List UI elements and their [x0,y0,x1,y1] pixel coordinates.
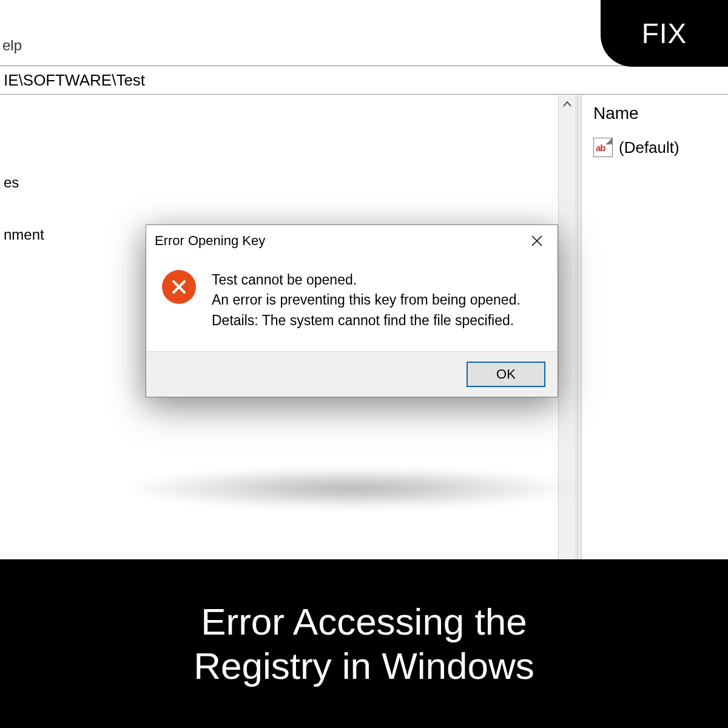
address-path: IE\SOFTWARE\Test [4,71,145,90]
caption-bar: Error Accessing the Registry in Windows [0,559,728,728]
column-header-name[interactable]: Name [593,104,728,123]
dialog-body: Test cannot be opened. An error is preve… [146,257,558,351]
value-name: (Default) [619,138,679,157]
string-value-icon: ab [593,138,613,157]
vertical-scrollbar[interactable] [558,95,576,559]
dialog-line3: Details: The system cannot find the file… [212,311,521,331]
caption-line1: Error Accessing the [201,601,527,642]
dialog-titlebar[interactable]: Error Opening Key [146,225,558,257]
cross-icon [170,278,188,296]
dialog-line2: An error is preventing this key from bei… [212,290,521,310]
pane-splitter[interactable] [577,95,582,559]
dialog-line1: Test cannot be opened. [212,270,521,290]
fix-badge-text: FIX [642,17,687,50]
caption-text: Error Accessing the Registry in Windows [194,599,534,688]
tree-item[interactable]: es [4,174,558,191]
scroll-up-button[interactable] [559,95,576,113]
canvas: elp IE\SOFTWARE\Test es nment Name ab (D… [0,0,728,728]
value-row-default[interactable]: ab (Default) [593,138,728,157]
string-icon-label: ab [596,143,605,153]
dialog-footer: OK [146,351,558,397]
dialog-message: Test cannot be opened. An error is preve… [212,270,521,331]
error-icon [162,270,196,331]
menu-bar: elp [0,30,22,61]
address-bar[interactable]: IE\SOFTWARE\Test [0,66,728,95]
caption-line2: Registry in Windows [194,645,534,687]
tree-items: es nment [0,95,558,243]
ok-button[interactable]: OK [467,362,545,387]
values-pane[interactable]: Name ab (Default) [582,95,728,559]
close-icon [530,234,544,248]
dialog-close-button[interactable] [525,229,549,253]
error-dialog: Error Opening Key Test cannot be opened.… [146,224,558,397]
fix-badge: FIX [601,0,728,67]
menu-help[interactable]: elp [0,37,22,54]
dialog-title: Error Opening Key [155,233,265,249]
chevron-up-icon [562,99,572,109]
